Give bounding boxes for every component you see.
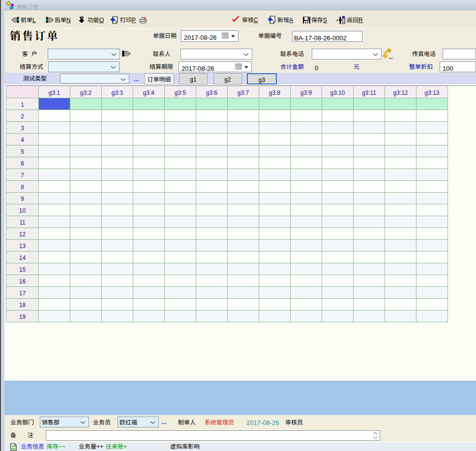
svg-text:x: x: [144, 17, 146, 20]
